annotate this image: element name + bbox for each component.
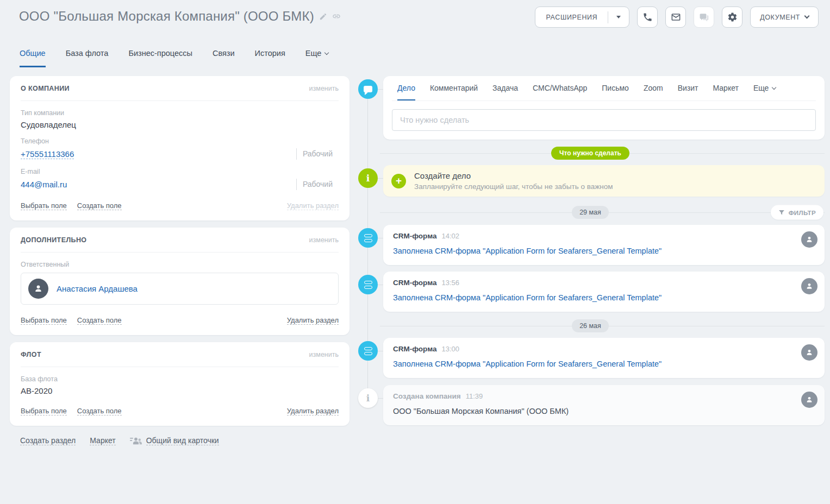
timeline-hint-item: i + Создайте дело Запланируйте следующий… — [383, 165, 825, 197]
date-separator: 26 мая — [356, 319, 825, 333]
hint-subtitle: Запланируйте следующий шаг, чтобы не заб… — [414, 182, 613, 191]
composer-tab-more[interactable]: Еще — [753, 76, 776, 100]
email-kind-label: Рабочий — [296, 179, 333, 190]
tab-fleet-base[interactable]: База флота — [66, 49, 109, 67]
section-additional: ДОПОЛНИТЕЛЬНО изменить Ответственный Ана… — [10, 228, 350, 335]
info-icon: i — [358, 388, 378, 408]
select-field-link[interactable]: Выбрать поле — [21, 407, 67, 415]
filter-button[interactable]: ФИЛЬТР — [771, 205, 823, 220]
field-fleet-base: База флота АВ-2020 — [21, 375, 339, 395]
create-field-link[interactable]: Создать поле — [77, 316, 122, 325]
timeline-entry: CRM-форма 14:02 Заполнена CRM-форма "App… — [383, 225, 825, 265]
phone-icon — [642, 12, 653, 22]
email-button[interactable] — [665, 7, 686, 28]
tab-history[interactable]: История — [255, 49, 285, 67]
field-label: Ответственный — [21, 261, 339, 268]
tab-business-processes[interactable]: Бизнес-процессы — [128, 49, 192, 67]
section-footer: Выбрать поле Создать поле Удалить раздел — [21, 398, 339, 426]
crm-form-link[interactable]: Заполнена CRM-форма "Application Form fo… — [393, 293, 661, 302]
timeline-entry: i Создана компания 11:39 ООО "Большая Мо… — [383, 385, 825, 425]
entry-title: CRM-форма — [393, 345, 437, 353]
composer-tab-deal[interactable]: Дело — [397, 76, 415, 100]
composer-tab-visit[interactable]: Визит — [678, 76, 698, 100]
header-actions: РАСШИРЕНИЯ ДОКУМЕНТ — [535, 7, 819, 28]
add-deal-icon[interactable]: + — [391, 174, 406, 188]
edit-title-icon[interactable] — [319, 12, 327, 21]
field-label: E-mail — [21, 168, 339, 175]
extensions-dropdown-caret[interactable] — [608, 7, 629, 27]
edit-section-link[interactable]: изменить — [309, 351, 339, 358]
section-footer: Выбрать поле Создать поле Удалить раздел — [21, 192, 339, 220]
settings-button[interactable] — [722, 7, 742, 28]
create-field-link[interactable]: Создать поле — [77, 201, 122, 210]
entry-time: 11:39 — [466, 392, 483, 400]
company-detail-page: ООО "Большая Морская Компания" (ООО БМК)… — [0, 0, 830, 504]
entry-title: Создана компания — [393, 392, 461, 400]
create-deal-hint-card[interactable]: + Создайте дело Запланируйте следующий ш… — [383, 165, 825, 197]
email-link[interactable]: 444@mail.ru — [21, 180, 67, 189]
todo-badge: Что нужно сделать — [551, 147, 629, 160]
responsible-user-link[interactable]: Анастасия Ардашева — [57, 284, 138, 293]
entry-title: CRM-форма — [393, 232, 437, 240]
delete-section-link[interactable]: Удалить раздел — [287, 316, 339, 325]
composer-tab-market[interactable]: Маркет — [713, 76, 739, 100]
document-button-label[interactable]: ДОКУМЕНТ — [760, 14, 800, 21]
edit-section-link[interactable]: изменить — [309, 85, 339, 92]
phone-link[interactable]: +75551113366 — [21, 149, 74, 159]
extensions-button[interactable]: РАСШИРЕНИЯ — [535, 7, 629, 28]
gear-icon — [727, 12, 738, 22]
field-value: Судовладелец — [21, 120, 339, 129]
select-field-link[interactable]: Выбрать поле — [21, 201, 67, 210]
avatar-icon — [801, 392, 817, 408]
chevron-down-icon — [772, 85, 776, 89]
avatar-icon — [801, 231, 817, 248]
create-section-link[interactable]: Создать раздел — [20, 436, 76, 445]
comment-bubble-icon — [358, 79, 378, 99]
todo-input[interactable] — [392, 109, 816, 131]
copy-link-icon[interactable] — [332, 12, 341, 21]
date-separator: 29 мая ФИЛЬТР — [356, 205, 825, 219]
crm-form-card: CRM-форма 14:02 Заполнена CRM-форма "App… — [383, 225, 825, 265]
envelope-icon — [671, 12, 681, 22]
composer-tab-sms-whatsapp[interactable]: СМС/WhatsApp — [533, 76, 587, 100]
composer-tab-task[interactable]: Задача — [492, 76, 518, 100]
company-fields-column: О КОМПАНИИ изменить Тип компании Судовла… — [10, 76, 350, 445]
edit-section-link[interactable]: изменить — [309, 236, 339, 244]
field-value: АВ-2020 — [21, 386, 339, 395]
section-header: О КОМПАНИИ изменить — [21, 76, 339, 101]
select-field-link[interactable]: Выбрать поле — [21, 316, 67, 325]
section-title: ДОПОЛНИТЕЛЬНО — [21, 236, 86, 244]
section-footer: Выбрать поле Создать поле Удалить раздел — [21, 307, 339, 335]
delete-section-link[interactable]: Удалить раздел — [287, 407, 339, 415]
tab-more[interactable]: Еще — [305, 49, 329, 67]
entry-text: ООО "Большая Морская Компания" (ООО БМК) — [393, 407, 815, 415]
todo-badge-separator: Что нужно сделать — [356, 146, 825, 160]
document-button[interactable]: ДОКУМЕНТ — [750, 7, 819, 28]
crm-form-link[interactable]: Заполнена CRM-форма "Application Form fo… — [393, 247, 661, 255]
chat-button[interactable] — [694, 7, 714, 28]
create-field-link[interactable]: Создать поле — [77, 407, 122, 415]
timeline-entry: CRM-форма 13:00 Заполнена CRM-форма "App… — [383, 338, 825, 378]
section-title: О КОМПАНИИ — [21, 85, 70, 92]
crm-form-card: CRM-форма 13:00 Заполнена CRM-форма "App… — [383, 338, 825, 378]
composer-tab-letter[interactable]: Письмо — [602, 76, 629, 100]
tab-relations[interactable]: Связи — [213, 49, 235, 67]
left-footer-links: Создать раздел Маркет Общий вид карточки — [20, 436, 350, 445]
hint-title: Создайте дело — [414, 171, 613, 180]
extensions-button-label[interactable]: РАСШИРЕНИЯ — [535, 14, 608, 21]
header-title-row: ООО "Большая Морская Компания" (ООО БМК) — [19, 9, 341, 24]
chevron-down-icon — [324, 51, 329, 55]
crm-form-link[interactable]: Заполнена CRM-форма "Application Form fo… — [393, 360, 661, 368]
delete-section-link[interactable]: Удалить раздел — [287, 201, 339, 210]
avatar-icon — [801, 344, 817, 361]
market-link[interactable]: Маркет — [90, 436, 115, 445]
composer-tab-comment[interactable]: Комментарий — [430, 76, 478, 100]
entry-time: 13:56 — [442, 279, 460, 287]
user-avatar-icon — [28, 279, 48, 299]
tab-general[interactable]: Общие — [20, 49, 46, 67]
card-view-item[interactable]: Общий вид карточки — [130, 436, 219, 445]
card-view-link[interactable]: Общий вид карточки — [146, 436, 219, 445]
call-button[interactable] — [637, 7, 658, 28]
responsible-user-box: Анастасия Ардашева — [21, 273, 339, 305]
composer-tab-zoom[interactable]: Zoom — [644, 76, 663, 100]
